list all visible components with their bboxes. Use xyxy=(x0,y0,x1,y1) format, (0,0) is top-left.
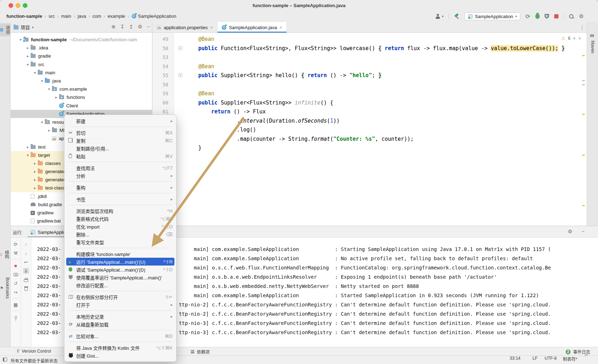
menu-item[interactable]: 在右侧拆分部分打开⇧↵ xyxy=(64,293,176,301)
close-icon[interactable]: × xyxy=(210,25,213,30)
fold-marker-icon[interactable]: + xyxy=(178,46,182,50)
breadcrumb-item[interactable]: main xyxy=(61,14,71,19)
menu-item[interactable]: 新建▸ xyxy=(64,117,176,125)
breadcrumb-item[interactable]: com xyxy=(93,14,101,19)
menu-item[interactable]: 将 Java 文件转换为 Kotlin 文件⌥⇧⌘K xyxy=(64,344,176,352)
profiler-button[interactable]: ▾ xyxy=(435,14,444,19)
encoding-indicator[interactable]: UTF-8 xyxy=(545,356,557,361)
menu-item[interactable]: 复制路径/引用... xyxy=(64,144,176,152)
menu-item[interactable]: 创建 Gist... xyxy=(64,352,176,359)
search-icon[interactable] xyxy=(569,14,574,19)
menu-item[interactable]: 打开于▸ xyxy=(64,301,176,309)
hide-run-panel-icon[interactable]: − xyxy=(582,229,584,234)
menu-item[interactable]: 剪切⌘X xyxy=(64,129,176,136)
build-hammer-icon[interactable] xyxy=(454,14,460,19)
menu-item[interactable]: 查找用法⌥F7 xyxy=(64,164,176,172)
run-button[interactable]: ⟳ xyxy=(525,13,530,20)
version-control-tab[interactable]: Version Control xyxy=(16,349,51,354)
menu-item[interactable]: 本地历史记录▸ xyxy=(64,312,176,320)
close-icon[interactable]: × xyxy=(279,25,282,30)
tree-row[interactable]: ▸.idea xyxy=(11,44,152,52)
menu-item[interactable]: 修改运行配置... xyxy=(64,281,176,289)
hide-panel-icon[interactable]: − xyxy=(147,24,150,30)
menu-item[interactable]: 优化 import^⌥O xyxy=(64,223,176,230)
tab-SampleApplication.java[interactable]: SampleApplication.java× xyxy=(217,22,287,33)
breadcrumb-item[interactable]: example xyxy=(107,14,125,19)
tree-chevron-icon[interactable]: ▸ xyxy=(25,54,31,58)
menu-item[interactable]: 使用覆盖率运行 'SampleApplicat....main()' xyxy=(64,273,176,281)
menu-item[interactable]: 浏览类型层次结构^H xyxy=(64,207,176,215)
error-stripe-mark[interactable] xyxy=(582,84,585,85)
debug-button[interactable] xyxy=(535,14,540,19)
menu-item[interactable]: 重新格式化代码⌥⌘L xyxy=(64,215,176,223)
tree-row[interactable]: ▾src xyxy=(11,60,152,69)
tree-row[interactable]: ▸gradle xyxy=(11,52,152,60)
menu-item[interactable]: 重构▸ xyxy=(64,183,176,191)
expand-all-icon[interactable]: ↧ xyxy=(120,24,125,30)
breadcrumb-item[interactable]: java xyxy=(78,14,86,19)
tree-chevron-icon[interactable]: ▸ xyxy=(32,186,38,190)
collapse-all-icon[interactable]: ↥ xyxy=(129,24,133,30)
menu-item-run[interactable]: 运行 'SampleApplicat....main()'(U)^⇧R xyxy=(66,258,174,266)
breadcrumb-item[interactable]: function-sample xyxy=(6,14,42,19)
menu-item[interactable]: 构建模块 'function-sample' xyxy=(64,250,176,258)
tree-chevron-icon[interactable]: ▾ xyxy=(39,79,45,83)
menu-item[interactable]: 比较对象...⌘D xyxy=(64,332,176,340)
tree-chevron-icon[interactable]: ▾ xyxy=(25,153,31,157)
menu-item[interactable]: 重写文件类型 xyxy=(64,238,176,246)
menu-item[interactable]: 从磁盘重新加载 xyxy=(64,320,176,328)
sidebar-item-project[interactable]: 项目 xyxy=(0,23,11,36)
fold-marker-icon[interactable]: + xyxy=(178,73,182,77)
run-configuration-select[interactable]: SampleApplication ▾ xyxy=(465,12,520,20)
inspections-widget[interactable]: ⚠ 6 ∧ ∨ xyxy=(561,36,581,41)
breadcrumb-item[interactable]: src xyxy=(48,14,54,19)
menu-item[interactable]: 复制⌘C xyxy=(64,136,176,144)
tree-row[interactable]: ▾main xyxy=(11,69,152,77)
tree-chevron-icon[interactable]: ▾ xyxy=(25,63,31,66)
prev-warning-icon[interactable]: ∧ xyxy=(573,36,576,41)
tree-chevron-icon[interactable]: ▸ xyxy=(46,128,52,132)
panel-settings-gear-icon[interactable]: ⚙ xyxy=(138,24,142,30)
tree-chevron-icon[interactable]: ▾ xyxy=(39,120,45,124)
tree-chevron-icon[interactable]: ▾ xyxy=(32,71,38,75)
editor-pane[interactable]: 49@Bean50+public Function<Flux<String>, … xyxy=(153,33,587,226)
caret-position[interactable]: 33:14 xyxy=(510,356,520,361)
menu-item[interactable]: 粘贴⌘V xyxy=(64,152,176,160)
tree-chevron-icon[interactable]: ▾ xyxy=(46,87,52,91)
indent-indicator[interactable]: 制表符* xyxy=(563,356,577,362)
tree-chevron-icon[interactable]: ▸ xyxy=(32,178,38,182)
tree-chevron-icon[interactable]: ▸ xyxy=(32,161,38,165)
tree-chevron-icon[interactable]: ▸ xyxy=(25,46,31,50)
tree-row[interactable]: ▾com.example xyxy=(11,85,152,93)
tree-chevron-icon[interactable]: ▸ xyxy=(32,170,38,173)
sidebar-item-bookmarks[interactable]: ⚑ Bookmarks xyxy=(0,275,11,301)
error-stripe-mark[interactable] xyxy=(582,80,585,81)
toolwindow-toggle-icon[interactable] xyxy=(3,358,7,362)
tree-row[interactable]: ▾function-sample~/Documents/Code/functio… xyxy=(11,36,152,44)
tab-options-icon[interactable]: ⋮ xyxy=(579,24,585,31)
error-stripe-mark[interactable] xyxy=(582,205,585,206)
menu-item[interactable]: 删除...⌫ xyxy=(64,230,176,238)
error-stripe-mark[interactable] xyxy=(582,155,585,156)
tree-chevron-icon[interactable]: ▸ xyxy=(53,95,59,99)
menu-item[interactable]: 书签▸ xyxy=(64,195,176,203)
line-ending-indicator[interactable]: LF xyxy=(533,356,537,361)
tree-row[interactable]: ▾java xyxy=(11,77,152,85)
tab-application.properties[interactable]: application.properties× xyxy=(153,22,217,33)
tree-chevron-icon[interactable]: ▸ xyxy=(25,145,31,149)
sidebar-item-structure[interactable]: ⁞⁞ 结构 xyxy=(0,248,11,261)
breadcrumb-item[interactable]: SampleApplication xyxy=(132,14,177,19)
coverage-button[interactable] xyxy=(545,14,549,19)
project-view-selector[interactable]: 项目 ▾ xyxy=(14,24,34,31)
locate-file-icon[interactable]: ⊕ xyxy=(111,24,116,30)
stop-button[interactable] xyxy=(554,14,558,18)
next-warning-icon[interactable]: ∨ xyxy=(578,36,581,41)
menu-item[interactable]: 调试 'SampleApplicat....main()'(D)^⇧D xyxy=(64,266,176,273)
tree-row[interactable]: ▸functions xyxy=(11,93,152,101)
menu-item[interactable]: 分析▸ xyxy=(64,172,176,180)
error-stripe-mark[interactable] xyxy=(582,55,585,56)
settings-gear-icon[interactable]: ⚙ xyxy=(579,12,584,20)
tree-row[interactable]: Client xyxy=(11,102,152,110)
event-log-tab[interactable]: 2 事件日志 xyxy=(566,349,590,355)
sidebar-item-maven[interactable]: Maven xyxy=(590,41,595,53)
